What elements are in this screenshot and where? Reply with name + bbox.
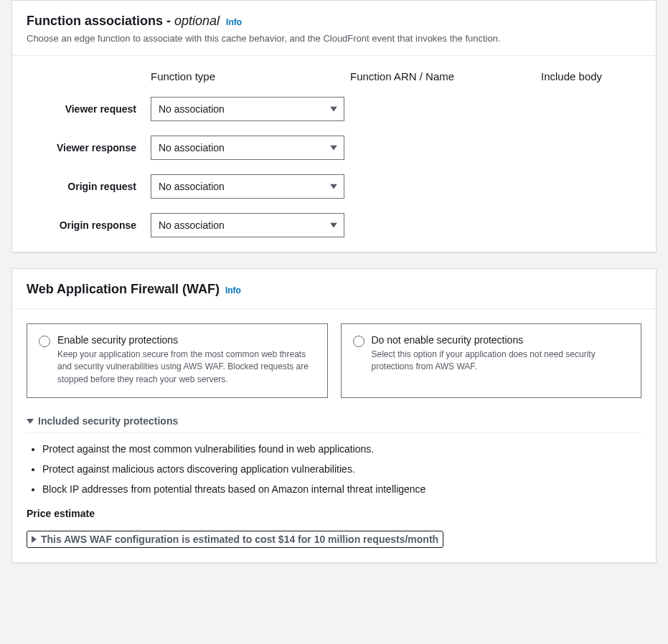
col-function-type: Function type xyxy=(151,70,344,82)
function-associations-header: Function associations - optional Info Ch… xyxy=(12,1,656,56)
function-associations-body: Function type Function ARN / Name Includ… xyxy=(12,56,656,252)
info-link[interactable]: Info xyxy=(226,17,242,27)
row-label-viewer-response: Viewer response xyxy=(27,142,145,153)
waf-title: Web Application Firewall (WAF) xyxy=(27,282,220,296)
price-estimate-label: Price estimate xyxy=(27,508,641,519)
table-header-row: Function type Function ARN / Name Includ… xyxy=(27,70,641,82)
option-enable-title: Enable security protections xyxy=(57,334,316,346)
radio-icon xyxy=(39,336,50,347)
select-origin-request[interactable]: No association xyxy=(151,174,344,199)
table-row: Viewer request No association xyxy=(27,97,641,121)
option-enable-protections[interactable]: Enable security protections Keep your ap… xyxy=(27,323,328,398)
list-item: Protect against the most common vulnerab… xyxy=(42,443,641,455)
list-item: Block IP addresses from potential threat… xyxy=(42,483,641,495)
select-value: No association xyxy=(159,219,225,231)
caret-down-icon xyxy=(27,419,34,424)
row-label-viewer-request: Viewer request xyxy=(27,103,145,115)
list-item: Protect against malicious actors discove… xyxy=(42,463,641,475)
select-origin-response[interactable]: No association xyxy=(151,213,344,237)
title-text: Function associations - xyxy=(27,14,174,28)
col-include-body: Include body xyxy=(541,70,641,82)
table-row: Origin request No association xyxy=(27,174,641,199)
option-disable-protections[interactable]: Do not enable security protections Selec… xyxy=(341,323,642,398)
radio-icon xyxy=(353,336,364,347)
caret-right-icon xyxy=(32,536,37,543)
select-viewer-request[interactable]: No association xyxy=(151,97,344,121)
waf-panel: Web Application Firewall (WAF) Info Enab… xyxy=(11,268,657,563)
function-associations-title: Function associations - optional xyxy=(27,14,223,28)
option-disable-title: Do not enable security protections xyxy=(372,334,630,346)
row-label-origin-request: Origin request xyxy=(27,181,145,192)
included-protections-toggle[interactable]: Included security protections xyxy=(27,415,641,433)
row-label-origin-response: Origin response xyxy=(27,219,145,231)
table-row: Viewer response No association xyxy=(27,136,641,160)
waf-body: Enable security protections Keep your ap… xyxy=(12,309,656,562)
price-estimate-toggle[interactable]: This AWS WAF configuration is estimated … xyxy=(27,531,443,548)
function-associations-desc: Choose an edge function to associate wit… xyxy=(27,33,641,44)
waf-header: Web Application Firewall (WAF) Info xyxy=(12,269,656,309)
select-value: No association xyxy=(159,103,225,115)
table-row: Origin response No association xyxy=(27,213,641,237)
included-protections-section: Included security protections Protect ag… xyxy=(27,415,641,495)
waf-options: Enable security protections Keep your ap… xyxy=(27,323,641,398)
col-function-arn: Function ARN / Name xyxy=(350,70,535,82)
function-associations-table: Function type Function ARN / Name Includ… xyxy=(27,70,641,237)
included-protections-list: Protect against the most common vulnerab… xyxy=(27,443,641,495)
optional-text: optional xyxy=(174,14,220,28)
select-value: No association xyxy=(159,142,225,153)
price-estimate-text: This AWS WAF configuration is estimated … xyxy=(41,534,438,545)
option-disable-desc: Select this option if your application d… xyxy=(372,349,630,374)
option-enable-desc: Keep your application secure from the mo… xyxy=(57,349,316,386)
info-link[interactable]: Info xyxy=(225,285,241,295)
select-value: No association xyxy=(159,181,225,192)
select-viewer-response[interactable]: No association xyxy=(151,136,344,160)
function-associations-panel: Function associations - optional Info Ch… xyxy=(11,0,657,252)
included-protections-header: Included security protections xyxy=(38,415,178,427)
